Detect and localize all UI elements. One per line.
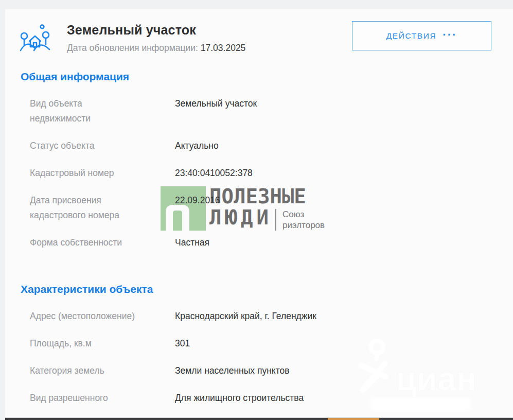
info-row-ownership-form: Форма собственности Частная — [30, 235, 513, 250]
info-row-cadastral-date: Дата присвоения кадастрового номера 22.0… — [30, 193, 513, 223]
info-row-area: Площадь, кв.м 301 — [30, 336, 513, 351]
row-label: Кадастровый номер — [30, 166, 175, 181]
header: Земельный участок Дата обновления информ… — [5, 9, 513, 54]
info-row-land-category: Категория земель Земли населенных пункто… — [30, 363, 513, 378]
info-row-address: Адрес (местоположение) Краснодарский кра… — [30, 309, 513, 324]
info-row-cadastral-number: Кадастровый номер 23:40:0410052:378 — [30, 166, 513, 181]
section-title: Характеристики объекта — [21, 283, 513, 295]
object-info-card: ПОЛЕЗНЫЕ ЛЮДИ Союз риэлторов — [5, 9, 513, 420]
info-row-object-status: Статус объекта Актуально — [30, 138, 513, 153]
row-label: Адрес (местоположение) — [30, 309, 175, 324]
section-object-characteristics: Характеристики объекта Адрес (местополож… — [5, 283, 513, 406]
row-label: Дата присвоения кадастрового номера — [30, 193, 175, 223]
page-title: Земельный участок — [67, 23, 245, 38]
row-label: Вид объекта недвижимости — [30, 96, 175, 126]
row-value: 22.09.2016 — [175, 193, 220, 223]
section-title: Общая информация — [21, 71, 513, 83]
page: ПОЛЕЗНЫЕ ЛЮДИ Союз риэлторов — [0, 0, 513, 420]
row-value: 301 — [175, 336, 190, 351]
land-plot-icon — [20, 24, 50, 52]
actions-button-label: ДЕЙСТВИЯ — [386, 31, 437, 41]
row-value: 23:40:0410052:378 — [175, 166, 253, 181]
row-label: Площадь, кв.м — [30, 336, 175, 351]
updated-date: 17.03.2025 — [201, 43, 246, 53]
row-value: Актуально — [175, 138, 219, 153]
row-label: Категория земель — [30, 363, 175, 378]
actions-button[interactable]: ДЕЙСТВИЯ ··· — [352, 21, 491, 50]
row-value: Частная — [175, 235, 209, 250]
updated-label: Дата обновления информации: — [67, 43, 198, 53]
row-value: Земельный участок — [175, 96, 257, 126]
row-value: Для жилищного строительства — [175, 391, 304, 406]
info-row-object-kind: Вид объекта недвижимости Земельный участ… — [30, 96, 513, 126]
updated-info: Дата обновления информации: 17.03.2025 — [67, 43, 245, 54]
horizontal-scrollbar[interactable] — [5, 417, 513, 420]
section-general-info: Общая информация Вид объекта недвижимост… — [5, 71, 513, 250]
ellipsis-icon: ··· — [443, 32, 457, 38]
row-value: Краснодарский край, г. Геленджик — [175, 309, 316, 324]
horizontal-scrollbar-thumb[interactable] — [328, 418, 379, 420]
row-label: Форма собственности — [30, 235, 175, 250]
row-label: Статус объекта — [30, 138, 175, 153]
info-row-permitted-use: Вид разрешенного Для жилищного строитель… — [30, 391, 513, 406]
row-label: Вид разрешенного — [30, 391, 175, 406]
row-value: Земли населенных пунктов — [175, 363, 290, 378]
